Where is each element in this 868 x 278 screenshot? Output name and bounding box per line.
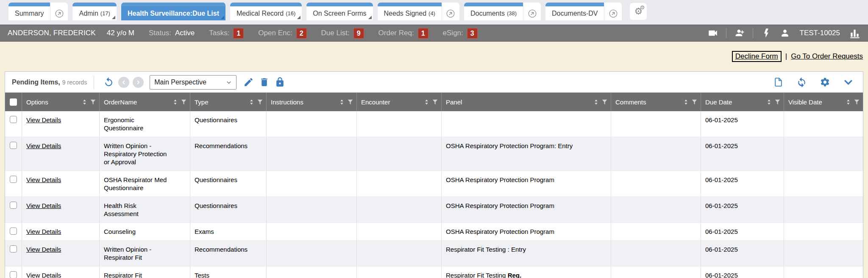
col-header-order-name[interactable]: OrderName xyxy=(100,93,190,111)
row-checkbox[interactable] xyxy=(10,176,17,183)
tab-needs-signed[interactable]: Needs Signed(4) xyxy=(378,3,459,20)
sort-icon[interactable] xyxy=(423,98,430,106)
col-header-comments[interactable]: Comments xyxy=(611,93,701,111)
cell-encounter xyxy=(357,111,442,137)
sort-icon[interactable] xyxy=(172,98,179,106)
filter-funnel-icon[interactable] xyxy=(256,98,264,106)
quick-action-button[interactable] xyxy=(761,28,772,39)
tab-admin[interactable]: Admin(17) xyxy=(72,3,116,20)
row-checkbox[interactable] xyxy=(10,202,17,209)
row-checkbox[interactable] xyxy=(10,271,17,278)
filter-funnel-icon[interactable] xyxy=(431,98,439,106)
row-checkbox[interactable] xyxy=(10,227,17,235)
tab-documents-dv[interactable]: Documents-DV xyxy=(545,3,622,20)
view-details-link[interactable]: View Details xyxy=(26,246,61,253)
filter-funnel-icon[interactable] xyxy=(853,98,860,106)
col-header-instructions[interactable]: Instructions xyxy=(267,93,357,111)
row-checkbox[interactable] xyxy=(10,245,17,253)
cell-encounter xyxy=(357,197,442,222)
tasks-badge[interactable]: 1 xyxy=(233,28,244,39)
tab-settings-button[interactable]: ⚙ ⚙ xyxy=(630,3,647,20)
tab-bar: Summary Admin(17) Health Surveillance:Du… xyxy=(0,0,868,25)
col-header-type[interactable]: Type xyxy=(190,93,267,111)
row-checkbox[interactable] xyxy=(10,142,17,149)
open-in-new-icon[interactable] xyxy=(442,3,459,20)
refresh-button[interactable] xyxy=(796,77,807,87)
due-list-badge[interactable]: 9 xyxy=(353,28,364,39)
prev-page-button[interactable] xyxy=(118,77,129,88)
view-details-link[interactable]: View Details xyxy=(26,176,61,183)
tab-on-screen-forms[interactable]: On Screen Forms xyxy=(306,3,373,20)
chevron-down-icon xyxy=(843,77,854,87)
sort-icon[interactable] xyxy=(765,98,773,106)
cell-visible-date xyxy=(784,171,863,197)
analytics-button[interactable] xyxy=(849,28,860,39)
col-header-encounter[interactable]: Encounter xyxy=(357,93,442,111)
open-in-new-icon[interactable] xyxy=(50,3,68,20)
open-in-new-icon[interactable] xyxy=(523,3,541,20)
view-details-link[interactable]: View Details xyxy=(26,116,61,124)
tab-health-surveillance-due-list[interactable]: Health Surveillance:Due List xyxy=(121,3,225,20)
due-list-counter: Due List: 9 xyxy=(321,28,364,39)
new-record-button[interactable] xyxy=(773,77,784,87)
row-checkbox[interactable] xyxy=(10,116,17,123)
view-details-link[interactable]: View Details xyxy=(26,272,61,278)
video-camera-button[interactable] xyxy=(707,28,718,39)
link-separator: | xyxy=(785,52,787,61)
edit-perspective-button[interactable] xyxy=(243,77,254,87)
cell-type: Recommendations xyxy=(190,137,267,171)
cell-instructions xyxy=(267,197,357,222)
collapse-panel-button[interactable] xyxy=(843,77,854,87)
col-header-due-date[interactable]: Due Date xyxy=(701,93,784,111)
sort-icon[interactable] xyxy=(81,98,88,106)
cell-due-date: 06-01-2025 xyxy=(701,241,784,266)
view-details-link[interactable]: View Details xyxy=(26,228,61,235)
cell-panel xyxy=(442,111,611,137)
decline-form-link[interactable]: Decline Form xyxy=(732,51,782,62)
open-in-new-icon[interactable] xyxy=(604,3,622,20)
order-req-badge[interactable]: 1 xyxy=(418,28,428,39)
col-header-options[interactable]: Options xyxy=(22,93,100,111)
sort-icon[interactable] xyxy=(593,98,600,106)
filter-funnel-icon[interactable] xyxy=(180,98,187,106)
tab-summary[interactable]: Summary xyxy=(8,3,68,20)
open-enc-badge[interactable]: 2 xyxy=(296,28,307,39)
person-add-button[interactable] xyxy=(734,28,745,39)
lock-icon xyxy=(275,77,285,87)
table-header-row: Options OrderName Type Instructions Enco… xyxy=(5,93,863,111)
tab-documents[interactable]: Documents(38) xyxy=(464,3,541,20)
filter-funnel-icon[interactable] xyxy=(347,98,354,106)
cell-visible-date xyxy=(784,137,863,171)
table-row: View Details Counseling Exams OSHA Respi… xyxy=(5,223,863,241)
grid-settings-button[interactable] xyxy=(820,77,830,87)
delete-perspective-button[interactable] xyxy=(259,77,270,87)
patient-id-button[interactable] xyxy=(779,28,790,39)
sort-icon[interactable] xyxy=(248,98,255,106)
filter-funnel-icon[interactable] xyxy=(774,98,781,106)
view-details-link[interactable]: View Details xyxy=(26,142,61,149)
filter-funnel-icon[interactable] xyxy=(89,98,97,106)
filter-funnel-icon[interactable] xyxy=(691,98,698,106)
select-all-checkbox[interactable] xyxy=(10,98,17,106)
perspective-select[interactable]: Main Perspective xyxy=(150,75,236,90)
panel-title: Pending Items, xyxy=(12,79,60,86)
col-header-visible-date[interactable]: Visible Date xyxy=(784,93,863,111)
sort-icon[interactable] xyxy=(338,98,345,106)
sort-icon[interactable] xyxy=(682,98,690,106)
lock-perspective-button[interactable] xyxy=(275,77,285,87)
sort-icon[interactable] xyxy=(845,98,852,106)
edit-pencil-icon xyxy=(243,77,254,87)
esign-badge[interactable]: 3 xyxy=(467,28,478,39)
col-header-panel[interactable]: Panel xyxy=(442,93,611,111)
next-page-button[interactable] xyxy=(133,77,144,88)
undo-button[interactable] xyxy=(103,77,114,87)
tab-medical-record[interactable]: Medical Record(16) xyxy=(230,3,302,20)
cell-due-date: 06-01-2025 xyxy=(701,137,784,171)
table-row: View Details Health Risk Assessment Ques… xyxy=(5,197,863,223)
patient-name: ANDERSON, FREDERICK xyxy=(8,29,96,37)
filter-funnel-icon[interactable] xyxy=(601,98,608,106)
go-to-order-requests-link[interactable]: Go To Order Requests xyxy=(791,52,863,61)
patient-status: Status: Active xyxy=(149,29,195,37)
view-details-link[interactable]: View Details xyxy=(26,202,61,209)
cell-instructions xyxy=(267,267,357,278)
